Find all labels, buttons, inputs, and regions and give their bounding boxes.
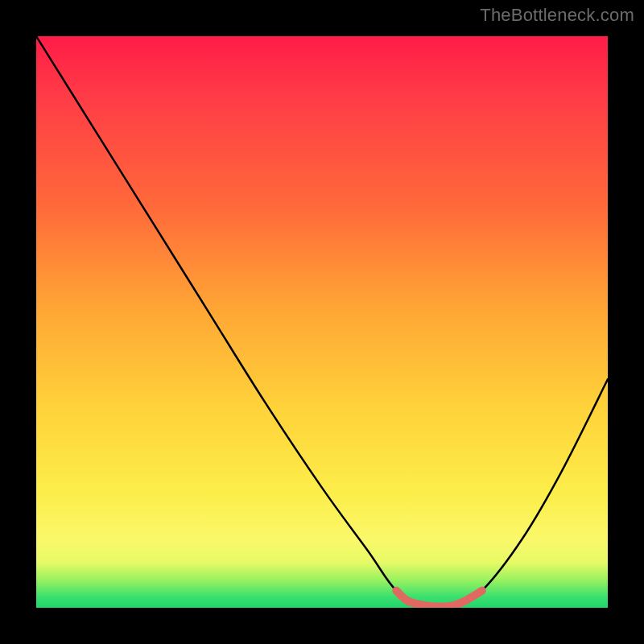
- bottleneck-curve: [36, 36, 608, 608]
- plot-area: [36, 36, 608, 608]
- chart-frame: TheBottleneck.com: [0, 0, 644, 644]
- curve-layer: [36, 36, 608, 608]
- attribution-label: TheBottleneck.com: [480, 5, 634, 26]
- optimal-zone-highlight: [396, 591, 482, 607]
